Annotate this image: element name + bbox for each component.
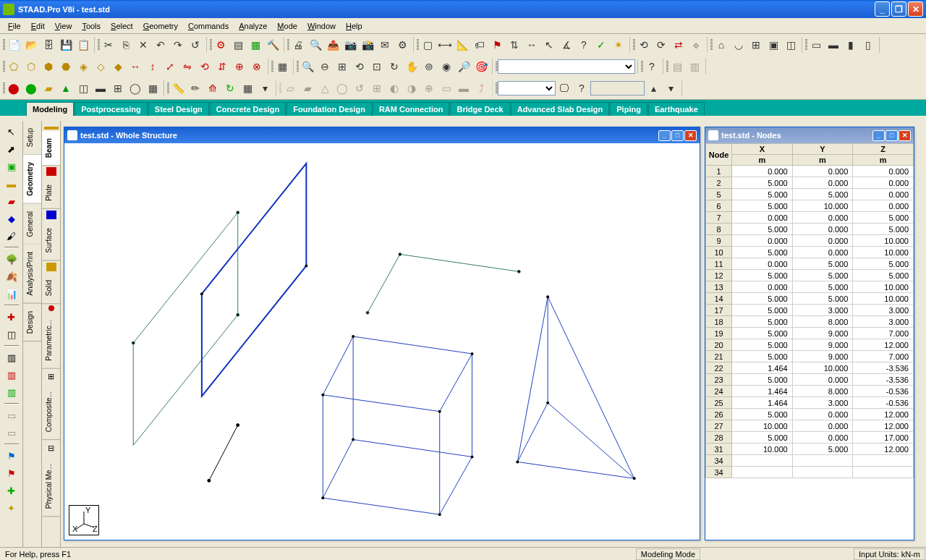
doc2-icon[interactable]: ▥ — [687, 59, 702, 75]
structure-viewport[interactable]: YXZ — [64, 143, 700, 540]
node-tool-icon[interactable]: ⬤ — [6, 80, 22, 96]
tab-piping[interactable]: Piping — [610, 102, 647, 116]
iso6-icon[interactable]: ◇ — [93, 59, 109, 75]
struct-max-button[interactable]: □ — [671, 130, 684, 141]
table-row[interactable]: 145.0005.00010.000 — [706, 293, 914, 305]
struct-close-button[interactable]: ✕ — [684, 130, 697, 141]
tab-postprocessing[interactable]: Postprocessing — [75, 102, 148, 116]
table-row[interactable]: 70.0000.0005.000 — [706, 212, 914, 224]
table-row[interactable]: 55.0005.0000.000 — [706, 189, 914, 200]
grid-icon[interactable]: ▦ — [274, 59, 290, 75]
menu-tools[interactable]: Tools — [77, 20, 106, 32]
preview-icon[interactable]: 🔍 — [307, 37, 323, 53]
load-combo[interactable] — [498, 81, 556, 96]
solid-sel-icon[interactable]: ◆ — [4, 211, 20, 226]
table-row[interactable]: 285.0000.00017.000 — [706, 432, 914, 444]
struct-min-button[interactable]: _ — [658, 130, 671, 141]
table-row[interactable]: 195.0009.0007.000 — [706, 328, 914, 339]
table-row[interactable]: 241.4648.000-0.536 — [706, 386, 914, 397]
value-input[interactable] — [590, 81, 645, 96]
send-icon[interactable]: ✉ — [377, 37, 393, 53]
origin-icon[interactable]: ⊗ — [249, 59, 265, 75]
tree2-icon[interactable]: 🍂 — [4, 268, 20, 284]
table-row[interactable]: 185.0008.0003.000 — [706, 316, 914, 328]
table-row[interactable]: 110.0005.0005.000 — [706, 258, 914, 270]
table-row[interactable]: 205.0009.00012.000 — [706, 339, 914, 351]
vtab-general[interactable]: General — [23, 204, 41, 245]
find-icon[interactable]: 🔎 — [456, 59, 472, 75]
orbit-icon[interactable]: ⊚ — [421, 59, 437, 75]
compass-icon[interactable]: ✏ — [187, 80, 203, 96]
save-icon[interactable]: 💾 — [58, 37, 74, 53]
table-row[interactable]: 85.0000.0005.000 — [706, 224, 914, 235]
table-row[interactable]: 105.0000.00010.000 — [706, 247, 914, 258]
menu-select[interactable]: Select — [106, 20, 138, 32]
hammer-icon[interactable]: 🔨 — [265, 37, 281, 53]
cursor-tool-icon[interactable]: ↖ — [4, 124, 20, 140]
iso5-icon[interactable]: ◈ — [75, 59, 91, 75]
vtab-parametric[interactable]: Parametric... — [42, 313, 60, 369]
up-icon[interactable]: ▴ — [645, 80, 661, 96]
tab-bridge[interactable]: Bridge Deck — [450, 102, 509, 116]
menu-view[interactable]: View — [50, 20, 77, 32]
extra1-icon[interactable]: ▭ — [808, 37, 824, 53]
nodes-max-button[interactable]: □ — [885, 130, 898, 141]
col-x[interactable]: X — [732, 144, 793, 155]
redo2-icon[interactable]: ↺ — [187, 37, 203, 53]
link2-icon[interactable]: ⟳ — [653, 37, 669, 53]
mesh-tool-icon[interactable]: ⊞ — [110, 80, 126, 96]
link4-icon[interactable]: ⟐ — [688, 37, 704, 53]
tag-icon[interactable]: 🏷 — [472, 37, 488, 53]
vtab-geometry[interactable]: Geometry — [23, 155, 41, 204]
view2-icon[interactable]: ◡ — [731, 37, 747, 53]
zoom-dyn-icon[interactable]: ↻ — [386, 59, 402, 75]
surface-tool-icon[interactable]: ◫ — [75, 80, 91, 96]
menu-window[interactable]: Window — [302, 20, 341, 32]
menu-commands[interactable]: Commands — [183, 20, 234, 32]
print-icon[interactable]: 🖨 — [290, 37, 306, 53]
measure-icon[interactable]: 📏 — [170, 80, 186, 96]
tab-modeling[interactable]: Modeling — [26, 102, 74, 116]
cursor-icon[interactable]: ↖ — [541, 37, 557, 53]
vtab-plate[interactable]: Plate — [42, 177, 60, 209]
vtab-physical[interactable]: Physical Me... — [42, 457, 60, 517]
beam-sel-icon[interactable]: ▬ — [4, 176, 20, 192]
width-icon[interactable]: ↔ — [524, 37, 540, 53]
filter-icon[interactable]: ⇅ — [506, 37, 522, 53]
new-icon[interactable]: 📄 — [6, 37, 22, 53]
extra2-icon[interactable]: ▬ — [825, 37, 841, 53]
menu-geometry[interactable]: Geometry — [138, 20, 183, 32]
menu-mode[interactable]: Mode — [272, 20, 302, 32]
flag-icon[interactable]: ⚑ — [489, 37, 505, 53]
minimize-button[interactable]: _ — [875, 1, 890, 17]
col-z[interactable]: Z — [853, 144, 914, 155]
menu-edit[interactable]: Edit — [26, 20, 50, 32]
table-row[interactable]: 215.0009.0007.000 — [706, 351, 914, 362]
table-row[interactable]: 221.46410.000-3.536 — [706, 362, 914, 374]
menu-analyze[interactable]: Analyze — [234, 20, 272, 32]
solid-tool-icon[interactable]: ▲ — [58, 80, 74, 96]
angle-icon[interactable]: ∡ — [558, 37, 574, 53]
bflag1-icon[interactable]: ⚑ — [4, 448, 20, 464]
axis-y-icon[interactable]: ↕ — [145, 59, 161, 75]
g12-icon[interactable]: ⤴ — [473, 80, 489, 96]
zoom-win-icon[interactable]: ⊡ — [369, 59, 385, 75]
nodes-min-button[interactable]: _ — [872, 130, 885, 141]
table-row[interactable]: 34 — [706, 455, 914, 467]
copy-icon[interactable]: ⎘ — [118, 37, 134, 53]
extra4-icon[interactable]: ▯ — [860, 37, 876, 53]
window-icon[interactable]: ▦ — [247, 37, 263, 53]
table-icon[interactable]: ▦ — [239, 80, 255, 96]
screen-icon[interactable]: 🖵 — [556, 80, 572, 96]
snapshot-icon[interactable]: 📸 — [360, 37, 375, 53]
delete-icon[interactable]: ✕ — [135, 37, 151, 53]
bar2-icon[interactable]: ▥ — [4, 367, 20, 383]
iso2-icon[interactable]: ⬡ — [23, 59, 39, 75]
box-icon[interactable]: ▢ — [420, 37, 436, 53]
sheet-tool-icon[interactable]: ▦ — [145, 80, 161, 96]
view5-icon[interactable]: ◫ — [783, 37, 799, 53]
menu-file[interactable]: File — [3, 20, 26, 32]
list-icon[interactable]: ▤ — [230, 37, 246, 53]
bar3-icon[interactable]: ▥ — [4, 384, 20, 400]
help2-icon[interactable]: ? — [644, 59, 660, 75]
